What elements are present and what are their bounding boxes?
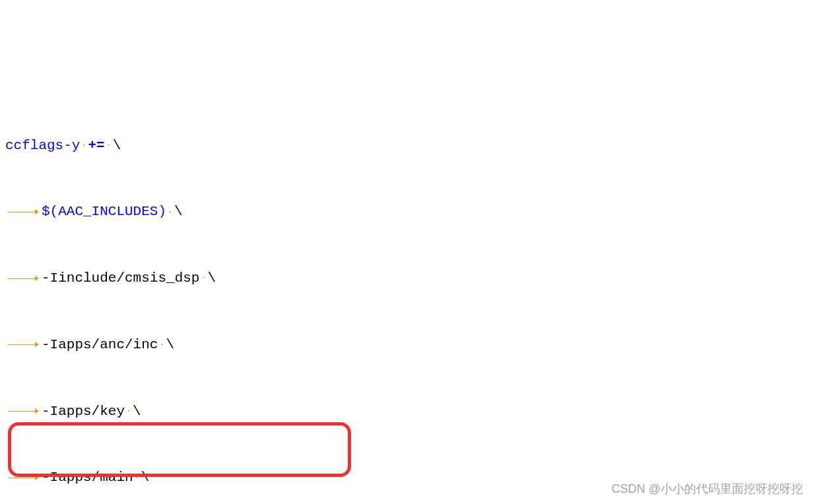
include-path: -Iapps/key xyxy=(42,404,125,419)
watermark-text: CSDN @小小的代码里面挖呀挖呀挖 xyxy=(612,480,803,499)
line-continuation: \ xyxy=(141,470,150,485)
whitespace-dot: · xyxy=(105,138,113,152)
tab-indicator-icon xyxy=(5,271,42,285)
code-line: -Iapps/anc/inc·\ xyxy=(5,334,815,356)
line-continuation: \ xyxy=(207,270,216,286)
whitespace-dot: · xyxy=(125,404,133,418)
tab-indicator-icon xyxy=(5,338,42,352)
tab-indicator-icon xyxy=(5,470,42,484)
line-continuation: \ xyxy=(174,204,183,219)
line-continuation: \ xyxy=(113,138,121,153)
include-path: -Iinclude/cmsis_dsp xyxy=(42,270,199,286)
whitespace-dot: · xyxy=(80,138,88,152)
include-path: -Iapps/main xyxy=(42,470,133,485)
makefile-variable: ccflags-y xyxy=(5,138,80,153)
tab-indicator-icon xyxy=(5,205,42,218)
tab-indicator-icon xyxy=(5,404,42,418)
code-editor-content: ccflags-y·+=·\ $(AAC_INCLUDES)·\ -Iinclu… xyxy=(0,88,815,504)
line-continuation: \ xyxy=(166,337,174,352)
whitespace-dot: · xyxy=(199,270,207,285)
code-line: -Iinclude/cmsis_dsp·\ xyxy=(5,267,815,290)
code-line: $(AAC_INCLUDES)·\ xyxy=(5,201,815,223)
makefile-operator: += xyxy=(88,138,104,153)
whitespace-dot: · xyxy=(158,337,166,352)
include-path: -Iapps/anc/inc xyxy=(42,337,158,352)
whitespace-dot: · xyxy=(166,205,174,219)
code-line: -Iapps/key·\ xyxy=(5,400,815,423)
whitespace-dot: · xyxy=(133,470,141,485)
code-line: ccflags-y·+=·\ xyxy=(5,135,815,157)
makefile-variable-ref: $(AAC_INCLUDES) xyxy=(42,204,166,219)
line-continuation: \ xyxy=(133,404,141,419)
